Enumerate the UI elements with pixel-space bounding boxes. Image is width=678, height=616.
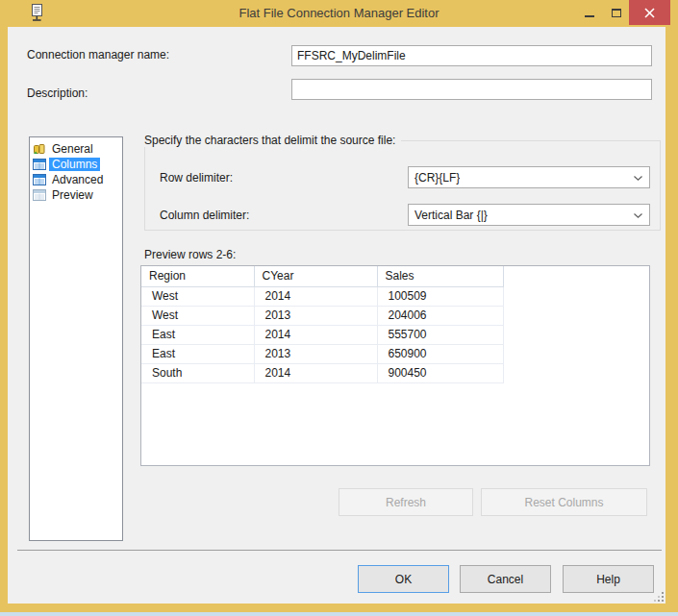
column-header[interactable]: CYear	[254, 266, 377, 286]
column-delimiter-value: Vertical Bar {|}	[414, 209, 488, 222]
minimize-button[interactable]	[576, 0, 603, 25]
table-row[interactable]: West2014100509	[141, 286, 503, 306]
table-cell: 900450	[377, 363, 503, 382]
desktop-strip	[0, 612, 678, 616]
table-cell: 2014	[254, 286, 377, 306]
table-row[interactable]: West2013204006	[141, 306, 503, 325]
preview-rows-label: Preview rows 2-6:	[144, 248, 236, 261]
resize-grip[interactable]	[654, 592, 665, 603]
dialog-body: Connection manager name: Description: Ge…	[8, 27, 665, 604]
column-delimiter-label: Column delimiter:	[160, 209, 249, 222]
sidebar-item-preview[interactable]: Preview	[30, 187, 122, 203]
table-cell: East	[141, 325, 254, 344]
preview-table-body: West2014100509West2013204006East20145557…	[141, 286, 503, 382]
row-delimiter-combo[interactable]: {CR}{LF}	[408, 166, 650, 188]
table-row[interactable]: East2013650900	[141, 344, 503, 363]
table-cell: 2014	[254, 363, 377, 382]
reset-columns-button[interactable]: Reset Columns	[481, 488, 647, 516]
titlebar: Flat File Connection Manager Editor	[0, 0, 678, 27]
cancel-button[interactable]: Cancel	[460, 565, 551, 593]
column-header[interactable]: Sales	[377, 266, 503, 286]
connection-manager-name-label: Connection manager name:	[27, 48, 169, 62]
table-cell: East	[141, 344, 254, 363]
sidebar-item-label: Columns	[49, 158, 100, 171]
sidebar-item-label: Advanced	[49, 173, 106, 186]
dialog-window: Flat File Connection Manager Editor Conn…	[0, 0, 678, 616]
sidebar-item-advanced[interactable]: Advanced	[30, 172, 122, 187]
connection-manager-name-input[interactable]	[291, 45, 652, 66]
table-cell: West	[141, 306, 254, 325]
close-button[interactable]	[629, 0, 670, 25]
column-header[interactable]: Region	[141, 266, 254, 286]
description-input[interactable]	[291, 79, 652, 100]
preview-panel: RegionCYearSales West2014100509West20132…	[140, 265, 650, 466]
sidebar-item-label: General	[49, 142, 96, 156]
table-cell: 204006	[377, 306, 503, 325]
table-cell: 2013	[254, 306, 377, 325]
column-delimiter-combo[interactable]: Vertical Bar {|}	[408, 204, 650, 226]
chevron-down-icon	[634, 176, 642, 181]
table-cell: 2013	[254, 344, 377, 363]
help-button[interactable]: Help	[563, 565, 654, 593]
refresh-button[interactable]: Refresh	[339, 488, 473, 516]
preview-icon	[33, 189, 46, 201]
sidebar-item-columns[interactable]: Columns	[30, 157, 122, 172]
table-cell: 555700	[377, 325, 503, 344]
table-cell: 2014	[254, 325, 377, 344]
advanced-icon	[33, 174, 46, 185]
table-row[interactable]: South2014900450	[141, 363, 503, 382]
table-row[interactable]: East2014555700	[141, 325, 503, 344]
preview-header-row: RegionCYearSales	[141, 266, 503, 286]
description-label: Description:	[27, 86, 88, 100]
row-delimiter-value: {CR}{LF}	[414, 171, 460, 185]
sidebar-item-label: Preview	[49, 188, 96, 202]
general-icon	[33, 143, 46, 155]
table-cell: 100509	[377, 286, 503, 306]
maximize-button[interactable]	[603, 0, 630, 25]
columns-icon	[33, 159, 46, 170]
row-delimiter-label: Row delimiter:	[160, 171, 233, 185]
preview-table: RegionCYearSales West2014100509West20132…	[141, 266, 504, 383]
minimize-icon	[585, 15, 594, 17]
sidebar-item-general[interactable]: General	[30, 141, 122, 157]
footer-separator	[17, 550, 662, 551]
maximize-icon	[612, 9, 621, 17]
ok-button[interactable]: OK	[358, 565, 449, 593]
table-cell: South	[141, 363, 254, 382]
chevron-down-icon	[634, 213, 642, 218]
close-icon	[644, 8, 655, 18]
table-cell: West	[141, 286, 254, 306]
pages-list: General Columns	[29, 136, 123, 541]
delimiters-group-label: Specify the characters that delimit the …	[144, 134, 401, 147]
table-cell: 650900	[377, 344, 503, 363]
